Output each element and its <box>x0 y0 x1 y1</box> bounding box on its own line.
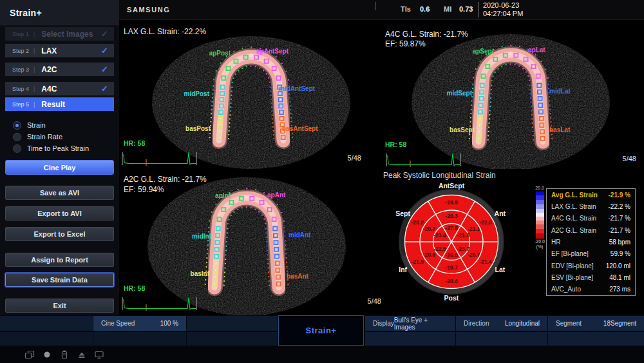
sidebar-step-a4c[interactable]: Step 4|A4C✓ <box>5 82 114 95</box>
assign-to-report-button[interactable]: Assign to Report <box>5 253 114 267</box>
tracking-marker-center <box>280 106 281 107</box>
bottombar-cell-empty <box>548 332 644 346</box>
segment-label-midAnt: midAnt <box>289 231 311 239</box>
contour-dot <box>285 249 287 250</box>
apex-bright-spot <box>245 195 249 199</box>
cine-speed-control[interactable]: Cine Speed100 % <box>93 316 186 331</box>
contour-dot <box>267 259 269 260</box>
step-number: Step 5 <box>5 101 33 108</box>
tracking-marker-center <box>526 59 527 60</box>
contour-dot <box>205 284 206 285</box>
display-control[interactable]: DisplayBull's Eye + Images <box>365 316 455 331</box>
result-label: Avg G.L. Strain <box>551 191 598 199</box>
check-icon: ✓ <box>101 84 108 93</box>
contour-dot <box>231 86 232 88</box>
contour-dot <box>263 70 264 71</box>
tracking-marker-center <box>219 137 220 138</box>
tracking-marker-center <box>220 112 222 113</box>
contour-dot <box>265 222 266 224</box>
radio-strain[interactable]: Strain <box>13 120 116 130</box>
segment-label-apInf: apInf <box>215 192 231 199</box>
sidebar-step-result[interactable]: Step 5|Result <box>5 97 114 111</box>
contour-dot <box>230 110 231 112</box>
contour-dot <box>472 84 473 85</box>
bullseye-value-basal-Lat: -21.4 <box>479 259 492 265</box>
contour-dot <box>213 85 214 86</box>
contour-dot <box>246 188 247 189</box>
sidebar-step-select-images[interactable]: Step 1|Select Images✓ <box>5 27 114 41</box>
view-lax: apPostapAntSeptmidPostmidAntSeptbasPostb… <box>119 19 364 169</box>
table-row: AVC_Auto273 ms <box>547 284 635 295</box>
ecg-waveform <box>122 298 196 310</box>
tracking-marker-center <box>218 228 219 230</box>
contour-dot <box>551 138 553 139</box>
check-icon: ✓ <box>101 46 108 55</box>
tracking-marker-center <box>220 124 221 126</box>
segment-label-midSept: midSept <box>447 90 473 97</box>
step-separator: | <box>33 86 35 92</box>
frame-counter: 5/48 <box>587 155 636 162</box>
tracking-marker-center <box>281 112 282 113</box>
tracking-marker-center <box>480 104 482 106</box>
contour-dot <box>224 267 225 268</box>
tracking-marker-center <box>539 92 540 93</box>
sidebar-step-a2c[interactable]: Step 3|A2C✓ <box>5 63 114 76</box>
contour-dot <box>531 123 533 124</box>
tracking-marker-center <box>278 277 279 278</box>
contour-dot <box>549 100 550 101</box>
segment-control[interactable]: Segment18Segment <box>548 316 644 331</box>
contour-dot <box>289 97 290 99</box>
contour-dot <box>213 79 214 80</box>
mode-strain-button[interactable]: Strain+ <box>278 315 364 346</box>
tracking-marker-center <box>538 75 539 77</box>
tracking-marker-center <box>495 59 497 60</box>
contour-dot <box>215 204 216 205</box>
save-as-avi-button[interactable]: Save as AVI <box>5 186 114 200</box>
tracking-marker-center <box>281 118 283 119</box>
export-to-avi-button[interactable]: Export to AVI <box>5 206 114 221</box>
radio-time-to-peak-strain[interactable]: Time to Peak Strain <box>13 143 116 153</box>
contour-dot <box>547 77 549 79</box>
display-control-label: Display <box>373 320 394 327</box>
save-strain-data-button[interactable]: Save Strain Data <box>5 273 114 287</box>
direction-control[interactable]: DirectionLongitudinal <box>456 316 547 331</box>
contour-dot <box>255 189 256 190</box>
contour-dot <box>489 114 490 115</box>
sidebar-step-lax[interactable]: Step 2|LAX✓ <box>5 44 114 57</box>
tracking-marker-center <box>278 77 279 79</box>
tracking-marker-center <box>219 130 220 132</box>
contour-dot <box>531 110 532 111</box>
cine-speed-value: 100 % <box>160 320 178 327</box>
contour-dot <box>228 138 229 139</box>
contour-dot <box>255 66 256 67</box>
cine-play-button[interactable]: Cine Play <box>5 160 114 175</box>
contour-dot <box>213 89 214 90</box>
result-label: HR <box>551 239 560 246</box>
contour-dot <box>469 138 470 139</box>
tracking-marker-center <box>214 277 216 278</box>
view-title: LAX G.L. Strain: -22.2% <box>124 27 206 36</box>
contour-dot <box>230 103 231 104</box>
contour-dot <box>491 89 492 90</box>
result-label: AVC_Auto <box>551 286 581 293</box>
bullseye-value-apical-Inf: -22.5 <box>433 246 446 252</box>
mi-label: MI <box>444 5 451 13</box>
contour-dot <box>285 244 286 246</box>
contour-dot <box>518 65 520 66</box>
contour-dot <box>205 266 207 268</box>
tracking-marker-center <box>228 68 229 69</box>
bullseye-value-apical-Ant: -21.8 <box>457 232 469 239</box>
brand-logo: SAMSUNG <box>127 6 170 14</box>
exit-button[interactable]: Exit <box>5 299 114 313</box>
page-title: Strain+ <box>10 8 42 18</box>
result-value: -22.2 % <box>609 203 630 210</box>
tracking-marker-center <box>478 138 480 139</box>
radio-strain-rate[interactable]: Strain Rate <box>13 132 116 142</box>
export-to-excel-button[interactable]: Export to Excel <box>5 227 114 241</box>
tracking-marker-center <box>277 262 278 264</box>
record-circle-icon <box>42 349 52 360</box>
ecg-waveform <box>386 154 460 166</box>
segment-label-basAntSept: basAntSept <box>282 125 318 132</box>
app-root: Strain+ Step 1|Select Images✓Step 2|LAX✓… <box>0 0 644 363</box>
contour-dot <box>263 219 265 220</box>
